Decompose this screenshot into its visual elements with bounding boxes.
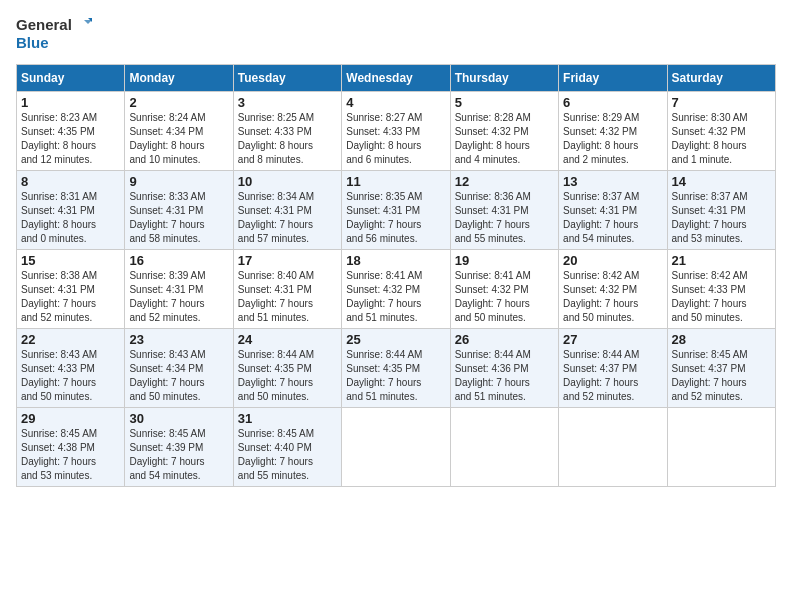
calendar-cell: 10Sunrise: 8:34 AM Sunset: 4:31 PM Dayli… (233, 171, 341, 250)
day-info: Sunrise: 8:41 AM Sunset: 4:32 PM Dayligh… (346, 269, 445, 325)
day-number: 13 (563, 174, 662, 189)
day-number: 29 (21, 411, 120, 426)
day-info: Sunrise: 8:38 AM Sunset: 4:31 PM Dayligh… (21, 269, 120, 325)
day-info: Sunrise: 8:44 AM Sunset: 4:35 PM Dayligh… (346, 348, 445, 404)
calendar-cell (342, 408, 450, 487)
day-info: Sunrise: 8:45 AM Sunset: 4:40 PM Dayligh… (238, 427, 337, 483)
day-info: Sunrise: 8:25 AM Sunset: 4:33 PM Dayligh… (238, 111, 337, 167)
calendar-cell: 23Sunrise: 8:43 AM Sunset: 4:34 PM Dayli… (125, 329, 233, 408)
calendar-header-tuesday: Tuesday (233, 65, 341, 92)
day-number: 21 (672, 253, 771, 268)
calendar-cell: 25Sunrise: 8:44 AM Sunset: 4:35 PM Dayli… (342, 329, 450, 408)
calendar-cell: 14Sunrise: 8:37 AM Sunset: 4:31 PM Dayli… (667, 171, 775, 250)
calendar-cell: 1Sunrise: 8:23 AM Sunset: 4:35 PM Daylig… (17, 92, 125, 171)
day-number: 3 (238, 95, 337, 110)
calendar-cell: 30Sunrise: 8:45 AM Sunset: 4:39 PM Dayli… (125, 408, 233, 487)
day-number: 7 (672, 95, 771, 110)
day-number: 30 (129, 411, 228, 426)
logo-blue: Blue (16, 34, 49, 52)
calendar-cell: 21Sunrise: 8:42 AM Sunset: 4:33 PM Dayli… (667, 250, 775, 329)
calendar-cell: 20Sunrise: 8:42 AM Sunset: 4:32 PM Dayli… (559, 250, 667, 329)
day-number: 18 (346, 253, 445, 268)
day-info: Sunrise: 8:45 AM Sunset: 4:38 PM Dayligh… (21, 427, 120, 483)
day-info: Sunrise: 8:44 AM Sunset: 4:37 PM Dayligh… (563, 348, 662, 404)
logo-general: General (16, 16, 72, 34)
day-info: Sunrise: 8:28 AM Sunset: 4:32 PM Dayligh… (455, 111, 554, 167)
calendar-cell: 15Sunrise: 8:38 AM Sunset: 4:31 PM Dayli… (17, 250, 125, 329)
day-number: 16 (129, 253, 228, 268)
day-number: 25 (346, 332, 445, 347)
calendar-header-wednesday: Wednesday (342, 65, 450, 92)
calendar-cell: 19Sunrise: 8:41 AM Sunset: 4:32 PM Dayli… (450, 250, 558, 329)
day-info: Sunrise: 8:42 AM Sunset: 4:32 PM Dayligh… (563, 269, 662, 325)
calendar-cell: 9Sunrise: 8:33 AM Sunset: 4:31 PM Daylig… (125, 171, 233, 250)
day-number: 15 (21, 253, 120, 268)
day-number: 9 (129, 174, 228, 189)
day-number: 22 (21, 332, 120, 347)
calendar-cell: 11Sunrise: 8:35 AM Sunset: 4:31 PM Dayli… (342, 171, 450, 250)
day-info: Sunrise: 8:44 AM Sunset: 4:35 PM Dayligh… (238, 348, 337, 404)
calendar-cell: 8Sunrise: 8:31 AM Sunset: 4:31 PM Daylig… (17, 171, 125, 250)
day-info: Sunrise: 8:43 AM Sunset: 4:34 PM Dayligh… (129, 348, 228, 404)
day-info: Sunrise: 8:35 AM Sunset: 4:31 PM Dayligh… (346, 190, 445, 246)
day-info: Sunrise: 8:44 AM Sunset: 4:36 PM Dayligh… (455, 348, 554, 404)
day-number: 17 (238, 253, 337, 268)
day-number: 10 (238, 174, 337, 189)
day-number: 5 (455, 95, 554, 110)
calendar: SundayMondayTuesdayWednesdayThursdayFrid… (16, 64, 776, 487)
day-info: Sunrise: 8:30 AM Sunset: 4:32 PM Dayligh… (672, 111, 771, 167)
calendar-header-thursday: Thursday (450, 65, 558, 92)
day-number: 4 (346, 95, 445, 110)
day-number: 23 (129, 332, 228, 347)
day-info: Sunrise: 8:33 AM Sunset: 4:31 PM Dayligh… (129, 190, 228, 246)
day-number: 8 (21, 174, 120, 189)
calendar-cell: 5Sunrise: 8:28 AM Sunset: 4:32 PM Daylig… (450, 92, 558, 171)
day-info: Sunrise: 8:24 AM Sunset: 4:34 PM Dayligh… (129, 111, 228, 167)
day-number: 14 (672, 174, 771, 189)
calendar-cell: 27Sunrise: 8:44 AM Sunset: 4:37 PM Dayli… (559, 329, 667, 408)
day-number: 20 (563, 253, 662, 268)
calendar-cell: 12Sunrise: 8:36 AM Sunset: 4:31 PM Dayli… (450, 171, 558, 250)
day-info: Sunrise: 8:43 AM Sunset: 4:33 PM Dayligh… (21, 348, 120, 404)
day-info: Sunrise: 8:36 AM Sunset: 4:31 PM Dayligh… (455, 190, 554, 246)
logo: General Blue (16, 16, 92, 52)
day-info: Sunrise: 8:42 AM Sunset: 4:33 PM Dayligh… (672, 269, 771, 325)
day-info: Sunrise: 8:29 AM Sunset: 4:32 PM Dayligh… (563, 111, 662, 167)
day-info: Sunrise: 8:23 AM Sunset: 4:35 PM Dayligh… (21, 111, 120, 167)
day-number: 11 (346, 174, 445, 189)
calendar-cell: 3Sunrise: 8:25 AM Sunset: 4:33 PM Daylig… (233, 92, 341, 171)
calendar-cell: 6Sunrise: 8:29 AM Sunset: 4:32 PM Daylig… (559, 92, 667, 171)
calendar-header-saturday: Saturday (667, 65, 775, 92)
calendar-cell: 17Sunrise: 8:40 AM Sunset: 4:31 PM Dayli… (233, 250, 341, 329)
calendar-cell: 18Sunrise: 8:41 AM Sunset: 4:32 PM Dayli… (342, 250, 450, 329)
day-info: Sunrise: 8:31 AM Sunset: 4:31 PM Dayligh… (21, 190, 120, 246)
header: General Blue (16, 16, 776, 52)
calendar-cell (667, 408, 775, 487)
calendar-cell: 24Sunrise: 8:44 AM Sunset: 4:35 PM Dayli… (233, 329, 341, 408)
calendar-cell: 22Sunrise: 8:43 AM Sunset: 4:33 PM Dayli… (17, 329, 125, 408)
calendar-header-monday: Monday (125, 65, 233, 92)
calendar-cell: 29Sunrise: 8:45 AM Sunset: 4:38 PM Dayli… (17, 408, 125, 487)
calendar-cell: 26Sunrise: 8:44 AM Sunset: 4:36 PM Dayli… (450, 329, 558, 408)
day-info: Sunrise: 8:37 AM Sunset: 4:31 PM Dayligh… (563, 190, 662, 246)
logo-bird-icon (74, 16, 92, 34)
day-info: Sunrise: 8:34 AM Sunset: 4:31 PM Dayligh… (238, 190, 337, 246)
day-number: 24 (238, 332, 337, 347)
calendar-cell: 4Sunrise: 8:27 AM Sunset: 4:33 PM Daylig… (342, 92, 450, 171)
day-number: 31 (238, 411, 337, 426)
calendar-header-friday: Friday (559, 65, 667, 92)
day-info: Sunrise: 8:39 AM Sunset: 4:31 PM Dayligh… (129, 269, 228, 325)
svg-marker-1 (84, 20, 92, 24)
day-number: 26 (455, 332, 554, 347)
day-number: 1 (21, 95, 120, 110)
day-info: Sunrise: 8:45 AM Sunset: 4:39 PM Dayligh… (129, 427, 228, 483)
day-number: 19 (455, 253, 554, 268)
day-number: 2 (129, 95, 228, 110)
calendar-cell: 16Sunrise: 8:39 AM Sunset: 4:31 PM Dayli… (125, 250, 233, 329)
day-number: 12 (455, 174, 554, 189)
day-number: 27 (563, 332, 662, 347)
calendar-cell: 31Sunrise: 8:45 AM Sunset: 4:40 PM Dayli… (233, 408, 341, 487)
calendar-cell: 2Sunrise: 8:24 AM Sunset: 4:34 PM Daylig… (125, 92, 233, 171)
day-number: 6 (563, 95, 662, 110)
day-number: 28 (672, 332, 771, 347)
